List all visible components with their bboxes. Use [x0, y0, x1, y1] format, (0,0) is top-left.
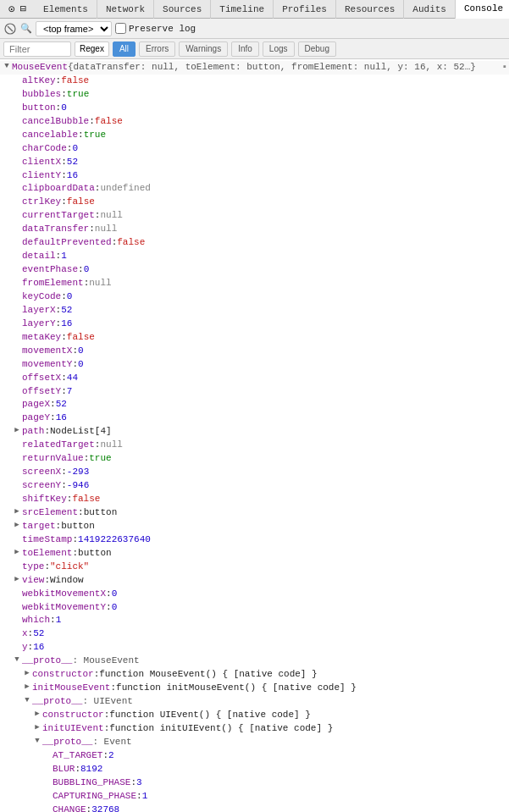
- tab-resources[interactable]: Resources: [336, 0, 404, 19]
- property-row-charCode: charCode: 0: [0, 142, 509, 156]
- key-screenX: screenX: [22, 466, 61, 479]
- proto-uievent-expand[interactable]: [22, 695, 32, 706]
- const-row-CAPTURING_PHASE: CAPTURING_PHASE: 1: [0, 790, 509, 804]
- constructor-uievent-row[interactable]: constructor : function UIEvent() { [nati…: [0, 709, 509, 722]
- val-bubbles: true: [67, 88, 89, 102]
- preserve-log-label: Preserve log: [129, 24, 196, 34]
- frame-selector[interactable]: <top frame>: [36, 21, 112, 36]
- filter-toggle-icon[interactable]: ⊟: [20, 3, 26, 15]
- val-button: 0: [61, 102, 67, 115]
- constructor-mouseevent-expand[interactable]: [22, 668, 32, 679]
- proto-mouseevent-expand[interactable]: [12, 655, 22, 666]
- info-button[interactable]: Info: [231, 41, 259, 57]
- val-layerX: 52: [61, 304, 72, 318]
- val-returnValue: true: [89, 452, 111, 466]
- filter-input[interactable]: [3, 41, 71, 57]
- val-type: "click": [50, 561, 89, 574]
- tab-console[interactable]: Console: [456, 0, 509, 19]
- val-shiftKey: false: [72, 493, 100, 506]
- devtools-icons: ⊙ ⊟: [3, 3, 31, 16]
- property-row-relatedTarget: relatedTarget: null: [0, 439, 509, 452]
- filter-bar: Regex All Errors Warnings Info Logs Debu…: [0, 39, 509, 59]
- val-BLUR: 8192: [80, 763, 102, 776]
- key-screenY: screenY: [22, 479, 61, 493]
- tab-timeline[interactable]: Timeline: [211, 0, 274, 19]
- warnings-button[interactable]: Warnings: [179, 41, 228, 57]
- object-header-preview: {dataTransfer: null, toElement: button, …: [68, 61, 476, 75]
- expand-view[interactable]: [12, 574, 22, 585]
- expand-target[interactable]: [12, 520, 22, 531]
- proto-event-row[interactable]: __proto__ : Event: [0, 736, 509, 749]
- key-webkitMovementX: webkitMovementX: [22, 588, 106, 601]
- key-path: path: [22, 425, 44, 439]
- key-dataTransfer: dataTransfer: [22, 223, 89, 236]
- property-row-metaKey: metaKey: false: [0, 331, 509, 345]
- proto-uievent-label: __proto__: [32, 695, 82, 709]
- val-toElement: button: [78, 547, 112, 561]
- property-row-layerY: layerY: 16: [0, 318, 509, 331]
- expand-srcElement[interactable]: [12, 506, 22, 517]
- proto-mouseevent-row[interactable]: __proto__ : MouseEvent: [0, 655, 509, 668]
- preserve-log-checkbox[interactable]: [115, 23, 126, 34]
- property-row-timeStamp: timeStamp: 1419222637640: [0, 533, 509, 547]
- property-row-srcElement: srcElement: button: [0, 506, 509, 520]
- val-cancelable: true: [84, 129, 106, 142]
- tab-elements[interactable]: Elements: [35, 0, 97, 19]
- svg-line-1: [8, 26, 13, 31]
- initmouseevent-row[interactable]: initMouseEvent : function initMouseEvent…: [0, 682, 509, 695]
- debug-button[interactable]: Debug: [298, 41, 336, 57]
- property-row-bubbles: bubbles: true: [0, 88, 509, 102]
- tab-audits[interactable]: Audits: [404, 0, 456, 19]
- key-type: type: [22, 561, 44, 574]
- expand-path[interactable]: [12, 425, 22, 436]
- property-row-defaultPrevented: defaultPrevented: false: [0, 236, 509, 250]
- errors-button[interactable]: Errors: [139, 41, 175, 57]
- properties-list: altKey: falsebubbles: truebutton: 0cance…: [0, 75, 509, 655]
- constructor-uievent-val: function UIEvent() { [native code] }: [109, 709, 311, 722]
- expand-toElement[interactable]: [12, 547, 22, 558]
- property-row-toElement: toElement: button: [0, 547, 509, 561]
- clear-console-button[interactable]: [3, 22, 17, 36]
- val-clientY: 16: [67, 169, 78, 183]
- inituievent-row[interactable]: initUIEvent : function initUIEvent() { […: [0, 722, 509, 736]
- preserve-log-checkbox-label[interactable]: Preserve log: [115, 23, 196, 34]
- key-cancelBubble: cancelBubble: [22, 115, 89, 129]
- property-row-pageX: pageX: 52: [0, 398, 509, 412]
- property-row-pageY: pageY: 16: [0, 412, 509, 425]
- initmouseevent-expand[interactable]: [22, 682, 32, 693]
- event-constants: AT_TARGET: 2BLUR: 8192BUBBLING_PHASE: 3C…: [0, 749, 509, 812]
- key-altKey: altKey: [22, 75, 56, 88]
- val-srcElement: button: [84, 506, 118, 520]
- property-row-path: path: NodeList[4]: [0, 425, 509, 439]
- tab-profiles[interactable]: Profiles: [274, 0, 336, 19]
- initmouseevent-key: initMouseEvent: [32, 682, 110, 695]
- tab-sources[interactable]: Sources: [154, 0, 211, 19]
- constructor-uievent-expand[interactable]: [32, 709, 42, 720]
- all-level-button[interactable]: All: [113, 41, 136, 57]
- proto-event-expand[interactable]: [32, 736, 42, 747]
- object-expand-icon[interactable]: [2, 61, 12, 72]
- val-timeStamp: 1419222637640: [78, 533, 151, 547]
- property-row-clientX: clientX: 52: [0, 156, 509, 169]
- tab-network[interactable]: Network: [97, 0, 154, 19]
- constructor-mouseevent-key: constructor: [32, 668, 94, 682]
- constructor-mouseevent-row[interactable]: constructor : function MouseEvent() { [n…: [0, 668, 509, 682]
- regex-button[interactable]: Regex: [75, 41, 109, 57]
- filter-icon: 🔍: [20, 23, 32, 34]
- key-keyCode: keyCode: [22, 290, 61, 304]
- proto-mouseevent-type: : MouseEvent: [72, 655, 139, 668]
- key-pageX: pageX: [22, 398, 50, 412]
- proto-uievent-type: : UIEvent: [82, 695, 132, 709]
- property-row-screenX: screenX: -293: [0, 466, 509, 479]
- property-row-layerX: layerX: 52: [0, 304, 509, 318]
- logs-button[interactable]: Logs: [263, 41, 295, 57]
- key-AT_TARGET: AT_TARGET: [53, 749, 102, 763]
- val-cancelBubble: false: [95, 115, 123, 129]
- key-clientX: clientX: [22, 156, 61, 169]
- inspect-icon[interactable]: ⊙: [8, 3, 15, 16]
- val-path: NodeList[4]: [50, 425, 112, 439]
- inituievent-expand[interactable]: [32, 722, 42, 733]
- object-header-row[interactable]: MouseEvent {dataTransfer: null, toElemen…: [0, 61, 509, 75]
- property-row-webkitMovementX: webkitMovementX: 0: [0, 588, 509, 601]
- proto-uievent-row[interactable]: __proto__ : UIEvent: [0, 695, 509, 709]
